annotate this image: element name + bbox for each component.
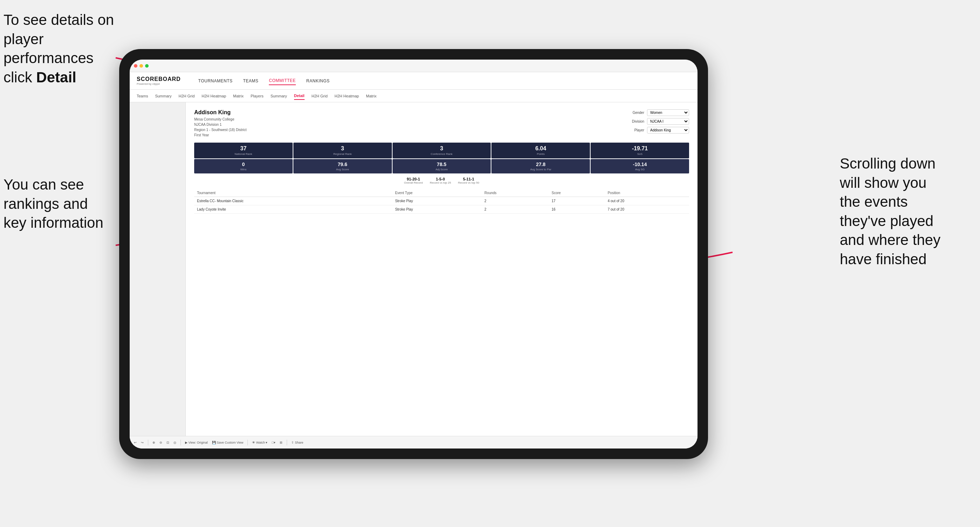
player-select[interactable]: Addison King [647, 127, 689, 133]
division-select[interactable]: NJCAA I NJCAA II [647, 118, 689, 125]
annotation-right: Scrolling down will show you the events … [840, 154, 973, 269]
toolbar-screen[interactable]: □▾ [272, 441, 275, 444]
table-row[interactable]: Estrella CC- Mountain Classic Stroke Pla… [194, 197, 689, 205]
table-header: Position [605, 189, 689, 197]
stat-cell-2: 79.6Avg Score [293, 159, 392, 173]
rounds: 2 [482, 205, 549, 214]
sub-nav-h2h-heatmap2[interactable]: H2H Heatmap [335, 92, 359, 100]
tournament-name: Estrella CC- Mountain Classic [194, 197, 392, 205]
player-name: Addison King [194, 110, 247, 116]
record-item: 1-5-0Record vs top 25 [430, 177, 451, 184]
browser-close-dot[interactable] [134, 64, 137, 68]
toolbar-watch[interactable]: 👁 Watch ▾ [252, 441, 267, 444]
toolbar-share[interactable]: ⇧ Share [291, 441, 304, 444]
rounds: 2 [482, 197, 549, 205]
toolbar-sep-3 [247, 440, 248, 445]
tablet-device: SCOREBOARD Powered by clippd TOURNAMENTS… [119, 49, 708, 459]
nav-teams[interactable]: TEAMS [243, 77, 259, 85]
sub-nav: Teams Summary H2H Grid H2H Heatmap Matri… [130, 90, 697, 102]
toolbar-fit[interactable]: ⊡ [167, 441, 169, 444]
bottom-toolbar: ↩ ↪ ⊕ ⊖ ⊡ ◎ ▶ View: Original 💾 Save Cust… [130, 436, 697, 449]
browser-minimize-dot[interactable] [140, 64, 143, 68]
browser-chrome [130, 60, 697, 72]
event-type: Stroke Play [392, 197, 482, 205]
main-area: Addison King Mesa Community College NJCA… [130, 102, 697, 436]
stat-cell: 6.04Points [492, 143, 590, 159]
toolbar-zoom-out[interactable]: ⊖ [159, 441, 162, 444]
app-content: SCOREBOARD Powered by clippd TOURNAMENTS… [130, 72, 697, 449]
division-label: Division [627, 119, 644, 123]
sub-nav-matrix2[interactable]: Matrix [366, 92, 376, 100]
toolbar-save-custom[interactable]: 💾 Save Custom View [212, 441, 243, 444]
player-control: Player Addison King [627, 127, 689, 133]
stat-cell-2: 27.8Avg Score to Par [492, 159, 590, 173]
sub-nav-teams[interactable]: Teams [137, 92, 148, 100]
player-controls: Gender Women Men Division NJCAA I [627, 110, 689, 138]
stats-row-2: 0Wins79.6Avg Score78.5Adj Score27.8Avg S… [194, 159, 689, 173]
sub-nav-players[interactable]: Players [251, 92, 264, 100]
browser-maximize-dot[interactable] [145, 64, 149, 68]
table-header: Tournament [194, 189, 392, 197]
toolbar-refresh[interactable]: ◎ [173, 441, 176, 444]
score: 17 [549, 197, 605, 205]
gender-select[interactable]: Women Men [647, 110, 689, 116]
side-panel [130, 102, 186, 436]
table-header: Event Type [392, 189, 482, 197]
player-info: Addison King Mesa Community College NJCA… [194, 110, 247, 138]
sub-nav-matrix[interactable]: Matrix [233, 92, 243, 100]
player-region: Region 1 - Southwest (18) District [194, 127, 247, 132]
gender-control: Gender Women Men [627, 110, 689, 116]
player-label: Player [627, 128, 644, 132]
toolbar-sep-1 [148, 440, 148, 445]
record-item: 5-11-1Record vs top 50 [458, 177, 479, 184]
toolbar-redo[interactable]: ↪ [141, 441, 144, 444]
stat-cell: -19.71SoS [590, 143, 689, 159]
toolbar-zoom-in[interactable]: ⊕ [153, 441, 155, 444]
events-table: TournamentEvent TypeRoundsScorePosition … [194, 189, 689, 214]
annotation-top-left: To see details on player performances cl… [3, 11, 137, 87]
tablet-screen: SCOREBOARD Powered by clippd TOURNAMENTS… [130, 60, 697, 449]
stat-cell-2: 78.5Adj Score [393, 159, 491, 173]
top-nav: SCOREBOARD Powered by clippd TOURNAMENTS… [130, 72, 697, 90]
nav-rankings[interactable]: RANKINGS [306, 77, 330, 85]
table-header: Score [549, 189, 605, 197]
position: 7 out of 20 [605, 205, 689, 214]
toolbar-grid[interactable]: ⊞ [280, 441, 283, 444]
sub-nav-h2h-heatmap[interactable]: H2H Heatmap [202, 92, 226, 100]
nav-tournaments[interactable]: TOURNAMENTS [198, 77, 233, 85]
stat-cell-2: 0Wins [194, 159, 293, 173]
table-row[interactable]: Lady Coyote Invite Stroke Play 2 16 7 ou… [194, 205, 689, 214]
division-control: Division NJCAA I NJCAA II [627, 118, 689, 125]
player-school: Mesa Community College [194, 117, 247, 122]
stat-cell-2: -10.14Avg SG [590, 159, 689, 173]
record-row: 91-20-1Overall Record1-5-0Record vs top … [194, 177, 689, 184]
stat-cell: 3Conference Rank [393, 143, 491, 159]
sub-nav-h2h-grid[interactable]: H2H Grid [178, 92, 194, 100]
scoreboard-logo: SCOREBOARD Powered by clippd [137, 76, 181, 86]
sub-nav-h2h-grid2[interactable]: H2H Grid [312, 92, 328, 100]
toolbar-sep-4 [287, 440, 287, 445]
table-header: Rounds [482, 189, 549, 197]
event-type: Stroke Play [392, 205, 482, 214]
logo-subtitle: Powered by clippd [137, 83, 181, 86]
sub-nav-summary[interactable]: Summary [155, 92, 172, 100]
player-header: Addison King Mesa Community College NJCA… [194, 110, 689, 138]
stats-row-1: 37National Rank3Regional Rank3Conference… [194, 143, 689, 159]
score: 16 [549, 205, 605, 214]
gender-label: Gender [627, 111, 644, 114]
sub-nav-detail[interactable]: Detail [294, 92, 305, 100]
player-year: First Year [194, 132, 247, 138]
sub-nav-summary2[interactable]: Summary [270, 92, 287, 100]
stat-cell: 37National Rank [194, 143, 293, 159]
tournament-name: Lady Coyote Invite [194, 205, 392, 214]
content-panel: Addison King Mesa Community College NJCA… [186, 102, 697, 436]
nav-committee[interactable]: COMMITTEE [269, 77, 296, 85]
position: 4 out of 20 [605, 197, 689, 205]
annotation-bottom-left: You can see rankings and key information [3, 175, 123, 233]
toolbar-sep-2 [180, 440, 181, 445]
logo-title: SCOREBOARD [137, 76, 181, 83]
stat-cell: 3Regional Rank [293, 143, 392, 159]
toolbar-undo[interactable]: ↩ [134, 441, 137, 444]
record-item: 91-20-1Overall Record [404, 177, 423, 184]
toolbar-view-original[interactable]: ▶ View: Original [185, 441, 208, 444]
